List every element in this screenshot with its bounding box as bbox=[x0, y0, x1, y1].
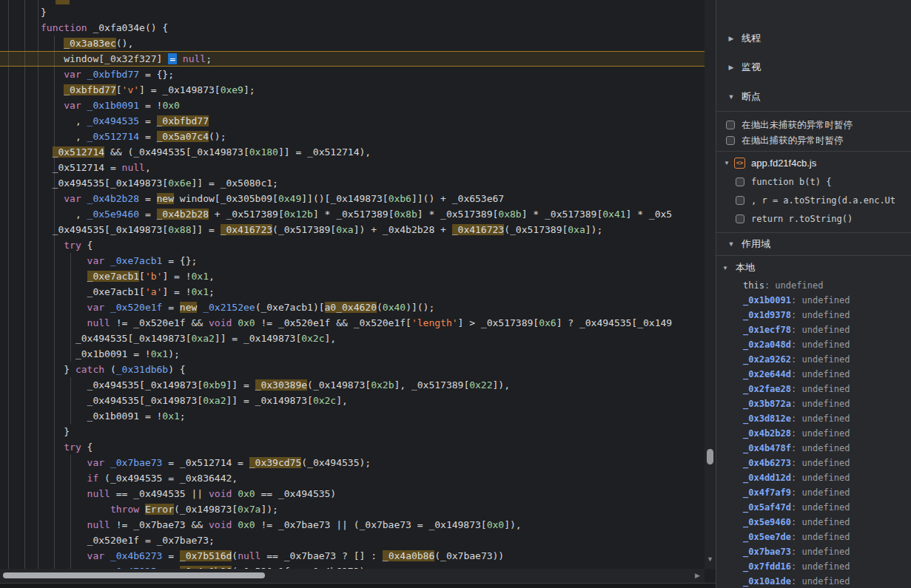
horizontal-scrollbar-thumb[interactable] bbox=[3, 572, 265, 578]
execution-line[interactable]: window[_0x32f327] = null; bbox=[0, 51, 705, 67]
code-line[interactable]: _0x47925a = _0x4a0b86(_0x520e1f + _0x4b6… bbox=[0, 564, 705, 569]
vertical-scrollbar[interactable]: ▼ bbox=[705, 0, 716, 569]
code-line[interactable]: _0x520e1f = _0x7bae73; bbox=[0, 533, 705, 548]
scope-variable-row[interactable]: _0x1d9378: undefined bbox=[716, 308, 911, 322]
scope-variable-row[interactable]: _0x4f7af9: undefined bbox=[716, 485, 911, 500]
scope-variable-value: undefined bbox=[801, 295, 850, 305]
code-line[interactable]: null != _0x7bae73 && void 0x0 != _0x7bae… bbox=[0, 517, 705, 533]
scope-variable-row[interactable]: _0x4b478f: undefined bbox=[716, 441, 911, 456]
code-line[interactable]: , _0x512714 = _0x5a07c4(); bbox=[0, 129, 705, 144]
scope-variable-row[interactable]: _0x2e644d: undefined bbox=[716, 367, 911, 382]
section-threads[interactable]: ▶ 线程 bbox=[716, 31, 911, 46]
code-line[interactable]: _0xbfbd77['v'] = _0x149873[0xe9]; bbox=[0, 82, 705, 98]
section-scope[interactable]: ▼ 作用域 bbox=[716, 237, 911, 251]
checkbox-unchecked[interactable] bbox=[736, 196, 744, 205]
code-line[interactable]: _0x1b0091 = !0x1); bbox=[0, 346, 705, 362]
code-line[interactable]: _0x494535[_0x149873[0xa2]] = _0x149873[0… bbox=[0, 393, 705, 408]
scope-separator: : bbox=[791, 502, 801, 513]
code-line[interactable]: _0x494535[_0x149873[0xa2]] = _0x149873[0… bbox=[0, 331, 705, 346]
scope-separator: : bbox=[791, 339, 801, 350]
scope-separator: : bbox=[791, 413, 801, 424]
scope-variable-row[interactable]: _0x5af47d: undefined bbox=[716, 500, 911, 515]
code-line[interactable]: , _0x5e9460 = _0x4b2b28 + _0x517389[0x12… bbox=[0, 206, 705, 222]
code-line[interactable]: var _0xbfbd77 = {}; bbox=[0, 67, 705, 82]
code-line[interactable]: null == _0x494535 || void 0x0 == _0x4945… bbox=[0, 486, 705, 501]
code-line[interactable]: var _0x1b0091 = !0x0 bbox=[0, 98, 705, 113]
scope-variable-row[interactable]: _0x1ecf78: undefined bbox=[716, 322, 911, 337]
code-line[interactable]: try { bbox=[0, 439, 705, 455]
checkbox-unchecked[interactable] bbox=[726, 121, 735, 129]
scope-variable-row[interactable]: _0x4b6273: undefined bbox=[716, 456, 911, 470]
checkbox-unchecked[interactable] bbox=[726, 136, 735, 145]
breakpoint-entry[interactable]: function b(t) { bbox=[716, 174, 911, 190]
horizontal-scrollbar[interactable]: ▶ bbox=[0, 569, 705, 583]
code-line[interactable]: } bbox=[0, 4, 705, 20]
breakpoint-file-group[interactable]: ▼ <> app.fd21f4cb.js bbox=[716, 155, 911, 170]
vertical-scrollbar-thumb[interactable] bbox=[707, 449, 713, 464]
scope-variable-row[interactable]: _0x3d812e: undefined bbox=[716, 411, 911, 426]
code-line[interactable]: var _0x520e1f = new _0x2152ee(_0xe7acb1)… bbox=[0, 300, 705, 315]
code-line[interactable]: if (_0x494535 = _0x836442, bbox=[0, 470, 705, 486]
scroll-down-icon[interactable]: ▼ bbox=[705, 555, 716, 563]
code-line[interactable]: _0x494535[_0x149873[0x6e]] = _0x5080c1; bbox=[0, 175, 705, 191]
code-line[interactable]: _0x494535[_0x149873[0x88]] = _0x416723(_… bbox=[0, 222, 705, 237]
scope-variable-row[interactable]: _0x7fdd16: undefined bbox=[716, 559, 911, 574]
code-line[interactable]: var _0xe7acb1 = {}; bbox=[0, 253, 705, 268]
code-line[interactable]: null != _0x520e1f && void 0x0 != _0x520e… bbox=[0, 315, 705, 331]
section-breakpoints[interactable]: ▼ 断点 bbox=[716, 89, 911, 104]
checkbox-unchecked[interactable] bbox=[736, 214, 744, 223]
section-watch[interactable]: ▶ 监视 bbox=[716, 60, 911, 75]
scope-local-group[interactable]: ▼ 本地 bbox=[716, 260, 911, 275]
code-line[interactable]: _0x1b0091 = !0x1; bbox=[0, 408, 705, 424]
code-line[interactable]: var _0x7bae73 = _0x512714 = _0x39cd75(_0… bbox=[0, 455, 705, 470]
code-line[interactable]: } bbox=[0, 424, 705, 439]
code-line[interactable]: _0xe7acb1['a'] = !0x1; bbox=[0, 284, 705, 300]
chevron-down-icon: ▼ bbox=[727, 93, 736, 101]
code-line[interactable]: var _0x4b2b28 = new window[_0x305b09[0x4… bbox=[0, 191, 705, 206]
code-line[interactable]: _0x494535[_0x149873[0xb9]] = _0x30389e(_… bbox=[0, 377, 705, 393]
code-line[interactable]: _0xe7acb1['b'] = !0x1, bbox=[0, 268, 705, 284]
scope-variable-row[interactable]: _0x2a9262: undefined bbox=[716, 352, 911, 367]
scope-variable-row[interactable]: _0x5e9460: undefined bbox=[716, 515, 911, 530]
breakpoint-entry[interactable]: , r = a.toString(d.a.enc.Ut bbox=[716, 192, 911, 209]
code-line[interactable]: _0x512714 && (_0x494535[_0x149873[0x180]… bbox=[0, 144, 705, 160]
scope-variable-name: _0x7bae73 bbox=[743, 547, 791, 557]
scope-variable-name: _0x2fae28 bbox=[743, 384, 791, 394]
scope-variable-row[interactable]: this: undefined bbox=[716, 278, 911, 293]
scope-variable-row[interactable]: _0x2a048d: undefined bbox=[716, 337, 911, 352]
code-line[interactable]: try { bbox=[0, 237, 705, 253]
code-line[interactable]: function _0xfa034e() { bbox=[0, 20, 705, 36]
code-line[interactable]: _0x512714 = null, bbox=[0, 160, 705, 175]
scope-variable-value: undefined bbox=[801, 487, 850, 498]
checkbox-unchecked[interactable] bbox=[736, 178, 744, 186]
scope-variable-value: undefined bbox=[801, 428, 850, 439]
source-editor[interactable]: }function _0xfa034e() {_0x3a83ec(),windo… bbox=[0, 0, 716, 588]
scope-variable-name: _0x1d9378 bbox=[743, 310, 791, 320]
scope-variable-row[interactable]: _0x5ee7de: undefined bbox=[716, 530, 911, 544]
pause-uncaught-exceptions-row[interactable]: 在抛出未捕获的异常时暂停 bbox=[716, 118, 911, 132]
scope-variable-row[interactable]: _0x10a1de: undefined bbox=[716, 574, 911, 588]
code-line[interactable]: var _0x4b6273 = _0x7b516d(null == _0x7ba… bbox=[0, 548, 705, 564]
scope-variable-value: undefined bbox=[801, 502, 850, 513]
scope-separator: : bbox=[791, 295, 801, 305]
scope-variable-row[interactable]: _0x3b872a: undefined bbox=[716, 396, 911, 411]
scope-variable-row[interactable]: _0x2fae28: undefined bbox=[716, 382, 911, 396]
separator bbox=[716, 255, 911, 256]
scope-variable-name: _0x2a048d bbox=[743, 339, 791, 350]
scope-variable-row[interactable]: _0x7bae73: undefined bbox=[716, 544, 911, 559]
scope-variable-row[interactable]: _0x4b2b28: undefined bbox=[716, 426, 911, 441]
breakpoint-entry[interactable]: return r.toString() bbox=[716, 211, 911, 227]
scope-variable-value: undefined bbox=[801, 473, 850, 483]
scope-variable-name: _0x7fdd16 bbox=[743, 561, 791, 572]
chevron-down-icon: ▼ bbox=[722, 160, 731, 166]
scope-variable-row[interactable]: _0x1b0091: undefined bbox=[716, 293, 911, 308]
code-line[interactable]: , _0x494535 = _0xbfbd77 bbox=[0, 113, 705, 129]
code-line[interactable]: _0x3a83ec(), bbox=[0, 36, 705, 51]
separator bbox=[716, 151, 911, 152]
code-line[interactable]: } catch (_0x31db6b) { bbox=[0, 362, 705, 377]
pause-caught-exceptions-row[interactable]: 在抛出捕获的异常时暂停 bbox=[716, 133, 911, 148]
scope-variable-row[interactable]: _0x4dd12d: undefined bbox=[716, 470, 911, 485]
code-area[interactable]: }function _0xfa034e() {_0x3a83ec(),windo… bbox=[0, 0, 705, 569]
scroll-right-icon[interactable]: ▶ bbox=[695, 572, 700, 579]
code-line[interactable]: throw Error(_0x149873[0x7a]); bbox=[0, 501, 705, 517]
